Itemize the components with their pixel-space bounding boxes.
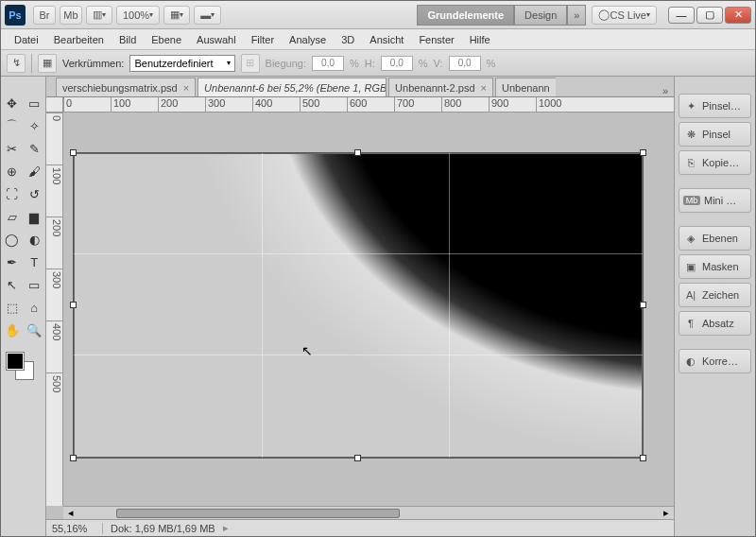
screen-mode-icon: ▬	[200, 9, 211, 21]
v-field[interactable]: 0,0	[449, 56, 481, 71]
brush-preset-icon: ✦	[683, 100, 698, 113]
minimize-button[interactable]: —	[668, 7, 695, 24]
handle-tc[interactable]	[354, 149, 361, 156]
tab-close-icon[interactable]: ×	[183, 82, 189, 94]
panel-minibridge[interactable]: MbMini …	[679, 188, 751, 213]
panel-pinsel-preset[interactable]: ✦Pinsel…	[679, 94, 751, 118]
foreground-swatch[interactable]	[7, 353, 24, 370]
move-tool[interactable]: ✥	[1, 92, 24, 114]
workspace-design[interactable]: Design	[514, 5, 567, 26]
menu-filter[interactable]: Filter	[244, 32, 282, 47]
warp-label: Verkrümmen:	[62, 58, 124, 69]
cslive-button[interactable]: ◯ CS Live ▾	[592, 6, 657, 25]
toolbox: ✥▭ ⌒✧ ✂✎ ⊕🖌 ⛶↺ ▱▆ ◯◐ ✒T ↖▭ ⬚⌂ ✋🔍	[1, 77, 46, 536]
stamp-tool[interactable]: ⛶	[1, 182, 24, 205]
workspace-grundelemente[interactable]: Grundelemente	[417, 5, 514, 26]
handle-br[interactable]	[640, 455, 646, 461]
ruler-horizontal[interactable]: 01002003004005006007008009001000	[63, 97, 674, 113]
menu-bild[interactable]: Bild	[112, 32, 144, 47]
panel-absatz[interactable]: ¶Absatz	[679, 311, 751, 336]
panel-kopie[interactable]: ⎘Kopie…	[679, 150, 751, 175]
arrange-button-2[interactable]: ▬ ▾	[194, 6, 221, 25]
minibridge-button[interactable]: Mb	[60, 6, 82, 25]
view-mode-button[interactable]: ▥ ▾	[86, 6, 112, 25]
menu-hilfe[interactable]: Hilfe	[462, 32, 498, 47]
gradient-tool[interactable]: ▆	[24, 205, 46, 228]
zoom-level-button[interactable]: 100% ▾	[116, 6, 160, 25]
path-tool[interactable]: ↖	[1, 273, 24, 296]
menu-3d[interactable]: 3D	[334, 32, 362, 47]
dodge-tool[interactable]: ◐	[24, 228, 46, 251]
eyedropper-tool[interactable]: ✎	[24, 137, 46, 160]
menu-bearbeiten[interactable]: Bearbeiten	[46, 32, 112, 47]
workspace-more-button[interactable]: »	[567, 5, 586, 26]
lasso-tool[interactable]: ⌒	[1, 114, 24, 137]
doc-tab-active[interactable]: Unbenannt-6 bei 55,2% (Ebene 1, RGB/8) *…	[198, 78, 387, 96]
ruler-origin[interactable]	[46, 97, 63, 113]
heal-tool[interactable]: ⊕	[1, 160, 24, 182]
hand-tool[interactable]: ✋	[1, 319, 24, 341]
handle-tr[interactable]	[640, 149, 646, 156]
scrollbar-horizontal[interactable]: ◂ ▸	[63, 506, 674, 519]
zoom-readout[interactable]: 55,16%	[46, 523, 103, 534]
document-tabs: verschiebungsmatrix.psd× Unbenannt-6 bei…	[46, 77, 674, 97]
pct-label-2: %	[419, 58, 428, 69]
panel-masken[interactable]: ▣Masken	[679, 254, 751, 279]
transform-bbox[interactable]	[73, 152, 644, 459]
doc-size-readout[interactable]: Dok: 1,69 MB/1,69 MB	[103, 523, 223, 534]
options-bar: ↯ ▦ Verkrümmen: Benutzerdefiniert▾ ⊞ Bie…	[1, 50, 755, 77]
arrange-button-1[interactable]: ▦ ▾	[163, 6, 190, 25]
warp-preset-select[interactable]: Benutzerdefiniert▾	[129, 55, 234, 72]
close-button[interactable]: ✕	[725, 7, 751, 24]
handle-mr[interactable]	[640, 302, 646, 308]
warp-grid-icon[interactable]: ▦	[38, 54, 57, 73]
doc-tab[interactable]: Unbenann	[495, 78, 556, 96]
transform-icon[interactable]: ↯	[7, 54, 26, 73]
type-tool[interactable]: T	[24, 251, 46, 273]
eraser-tool[interactable]: ▱	[1, 205, 24, 228]
menu-ansicht[interactable]: Ansicht	[362, 32, 411, 47]
menu-datei[interactable]: Datei	[7, 32, 46, 47]
pct-label-3: %	[487, 58, 496, 69]
panel-korrekturen[interactable]: ◐Korre…	[679, 349, 751, 373]
panel-ebenen[interactable]: ◈Ebenen	[679, 226, 751, 251]
bend-field[interactable]: 0,0	[312, 56, 344, 71]
canvas-viewport[interactable]: 01002003004005006007008009001000 0100200…	[46, 97, 674, 519]
doc-tab[interactable]: Unbenannt-2.psd×	[388, 78, 493, 96]
brush-tool[interactable]: 🖌	[24, 160, 46, 182]
tab-close-icon[interactable]: ×	[481, 82, 487, 94]
camera-tool[interactable]: ⌂	[24, 296, 46, 319]
maximize-button[interactable]: ▢	[696, 7, 723, 24]
menu-fenster[interactable]: Fenster	[411, 32, 461, 47]
menu-auswahl[interactable]: Auswahl	[189, 32, 244, 47]
handle-tl[interactable]	[70, 149, 77, 156]
history-brush-tool[interactable]: ↺	[24, 182, 46, 205]
menu-analyse[interactable]: Analyse	[282, 32, 334, 47]
app-logo-icon: Ps	[5, 5, 26, 26]
bridge-button[interactable]: Br	[33, 6, 56, 25]
tabs-overflow-button[interactable]: »	[657, 85, 674, 96]
menu-ebene[interactable]: Ebene	[144, 32, 189, 47]
bend-label: Biegung:	[266, 58, 306, 69]
scroll-thumb[interactable]	[116, 509, 400, 518]
layers-icon: ◈	[683, 233, 698, 245]
pen-tool[interactable]: ✒	[1, 251, 24, 273]
handle-bc[interactable]	[354, 455, 361, 461]
handle-ml[interactable]	[70, 302, 77, 308]
shape-tool[interactable]: ▭	[24, 273, 46, 296]
3d-tool[interactable]: ⬚	[1, 296, 24, 319]
h-field[interactable]: 0,0	[381, 56, 413, 71]
adjustments-icon: ◐	[683, 355, 698, 368]
ruler-vertical[interactable]: 0100200300400500	[46, 113, 63, 506]
panel-pinsel[interactable]: ❋Pinsel	[679, 122, 751, 147]
crop-tool[interactable]: ✂	[1, 137, 24, 160]
marquee-tool[interactable]: ▭	[24, 92, 46, 114]
handle-bl[interactable]	[70, 455, 77, 461]
zoom-tool[interactable]: 🔍	[24, 319, 46, 341]
panel-zeichen[interactable]: A|Zeichen	[679, 283, 751, 307]
doc-tab[interactable]: verschiebungsmatrix.psd×	[56, 78, 196, 96]
wand-tool[interactable]: ✧	[24, 114, 46, 137]
menubar: Datei Bearbeiten Bild Ebene Auswahl Filt…	[1, 29, 755, 50]
blur-tool[interactable]: ◯	[1, 228, 24, 251]
color-swatches[interactable]	[1, 349, 45, 383]
